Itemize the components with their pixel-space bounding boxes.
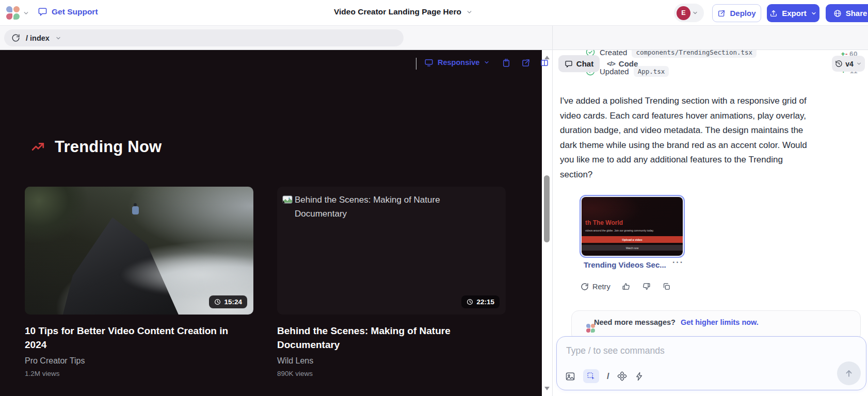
- code-icon: </>: [607, 60, 615, 68]
- mini-subtext: videos around the globe. Join our growin…: [585, 229, 654, 232]
- split-view-icon[interactable]: [540, 58, 549, 68]
- tab-chat[interactable]: Chat: [558, 55, 600, 72]
- artifact-more-button[interactable]: ···: [672, 258, 684, 267]
- app-logo-icon[interactable]: [6, 6, 20, 20]
- notice-text: Need more messages?: [594, 318, 676, 326]
- video-channel: Wild Lens: [277, 356, 506, 366]
- refresh-icon[interactable]: [11, 34, 20, 42]
- workspace-chevron-down-icon[interactable]: [23, 10, 29, 16]
- thumbs-down-icon[interactable]: [642, 282, 651, 291]
- broken-image-icon: [282, 195, 293, 204]
- video-card[interactable]: 15:24 10 Tips for Better Video Content C…: [25, 187, 253, 377]
- trending-up-icon: [30, 140, 46, 154]
- select-element-button[interactable]: [583, 369, 599, 383]
- message-actions: Retry: [581, 282, 671, 291]
- preview-toolbar: / index Responsive Chat </> Code v4: [0, 26, 868, 50]
- route-path: / index: [26, 34, 50, 42]
- chat-bubble-icon: [565, 60, 573, 68]
- monitor-icon: [424, 58, 433, 67]
- quick-actions-icon[interactable]: [635, 372, 644, 381]
- get-support-label: Get Support: [52, 7, 98, 16]
- version-chevron-down-icon: [856, 61, 862, 67]
- export-chevron-down-icon: [811, 10, 817, 16]
- upgrade-link[interactable]: Get higher limits now.: [681, 318, 759, 326]
- version-history-button[interactable]: v4: [832, 56, 865, 72]
- photographer-figure: [132, 203, 139, 214]
- component-inspector-icon[interactable]: [502, 58, 511, 68]
- video-thumbnail: 15:24: [25, 187, 253, 315]
- app-preview-pane: Trending Now 15:24 10 Tips for Better Vi…: [0, 50, 542, 396]
- title-chevron-down-icon: [466, 9, 473, 15]
- avatar: E: [677, 6, 690, 20]
- file-name: components/TrendingSection.tsx: [632, 50, 757, 58]
- deploy-button[interactable]: Deploy: [712, 4, 761, 22]
- chat-composer[interactable]: /: [556, 336, 866, 390]
- duration-badge: 22:15: [461, 295, 500, 308]
- device-mode-select[interactable]: Responsive: [424, 58, 490, 67]
- retry-icon: [581, 283, 589, 291]
- toolbar-divider: [416, 58, 416, 70]
- attach-image-icon[interactable]: [565, 371, 575, 382]
- trending-section-header: Trending Now: [30, 138, 162, 156]
- export-label: Export: [782, 9, 807, 18]
- scroll-down-arrow[interactable]: [544, 387, 550, 390]
- mini-primary-button: Upload a video: [582, 236, 683, 243]
- share-globe-icon: [833, 9, 842, 18]
- page-title: Video Creator Landing Page Hero: [334, 7, 461, 16]
- assistant-message: I've added a polished Trending section w…: [560, 94, 816, 182]
- export-button[interactable]: Export: [767, 4, 819, 22]
- duration-badge: 15:24: [209, 295, 247, 308]
- video-card[interactable]: Behind the Scenes: Making of Nature Docu…: [277, 187, 506, 377]
- chat-input[interactable]: [566, 343, 783, 358]
- chat-tab-label: Chat: [576, 59, 593, 68]
- export-upload-icon: [769, 9, 778, 18]
- deploy-label: Deploy: [730, 9, 756, 18]
- chat-panel: Created components/TrendingSection.tsx +…: [553, 50, 868, 396]
- video-views: 1.2M views: [25, 370, 253, 377]
- file-name: App.tsx: [634, 66, 669, 77]
- open-in-new-tab-icon[interactable]: [521, 58, 531, 68]
- video-thumbnail-broken: Behind the Scenes: Making of Nature Docu…: [277, 187, 506, 315]
- retry-label: Retry: [592, 283, 610, 291]
- app-logo-icon: [586, 324, 595, 333]
- copy-icon[interactable]: [662, 282, 671, 291]
- deploy-icon: [717, 9, 726, 18]
- video-views: 890K views: [277, 370, 506, 377]
- url-bar[interactable]: / index: [4, 29, 404, 46]
- mini-heading: th The World: [585, 219, 623, 226]
- version-label: v4: [845, 60, 854, 68]
- app-header: Get Support Video Creator Landing Page H…: [0, 0, 868, 26]
- mini-app-preview: th The World videos around the globe. Jo…: [582, 197, 683, 256]
- composer-toolbar: /: [565, 369, 644, 383]
- code-tab-label: Code: [619, 59, 638, 68]
- slash-command-button[interactable]: /: [607, 371, 609, 382]
- retry-button[interactable]: Retry: [581, 283, 610, 291]
- video-title: Behind the Scenes: Making of Nature Docu…: [277, 324, 496, 352]
- project-title-menu[interactable]: Video Creator Landing Page Hero: [334, 7, 473, 16]
- video-title: 10 Tips for Better Video Content Creatio…: [25, 324, 244, 352]
- scrollbar-thumb[interactable]: [544, 175, 550, 242]
- video-channel: Pro Creator Tips: [25, 356, 253, 366]
- artifact-caption[interactable]: Trending Videos Sec...: [584, 260, 666, 269]
- share-label: Share: [846, 9, 867, 18]
- get-support-link[interactable]: Get Support: [38, 7, 98, 16]
- trending-section-title: Trending Now: [55, 138, 162, 156]
- pane-divider: [552, 26, 553, 396]
- account-chevron-down-icon: [692, 10, 698, 16]
- device-chevron-down-icon: [484, 59, 490, 65]
- route-chevron-down-icon[interactable]: [55, 35, 61, 41]
- tab-code[interactable]: </> Code: [607, 55, 638, 72]
- share-button[interactable]: Share: [826, 4, 868, 22]
- history-icon: [835, 60, 843, 68]
- image-alt-text: Behind the Scenes: Making of Nature Docu…: [295, 193, 470, 221]
- mini-secondary-button: Watch now: [582, 245, 683, 251]
- support-bubble-icon: [38, 7, 47, 16]
- preview-scrollbar[interactable]: [542, 50, 552, 396]
- account-menu[interactable]: E: [674, 4, 704, 22]
- integrations-icon[interactable]: [617, 371, 627, 381]
- thumbs-up-icon[interactable]: [622, 282, 631, 291]
- device-mode-label: Responsive: [438, 58, 479, 67]
- send-button[interactable]: [837, 361, 861, 385]
- version-preview-card[interactable]: th The World videos around the globe. Jo…: [580, 195, 685, 258]
